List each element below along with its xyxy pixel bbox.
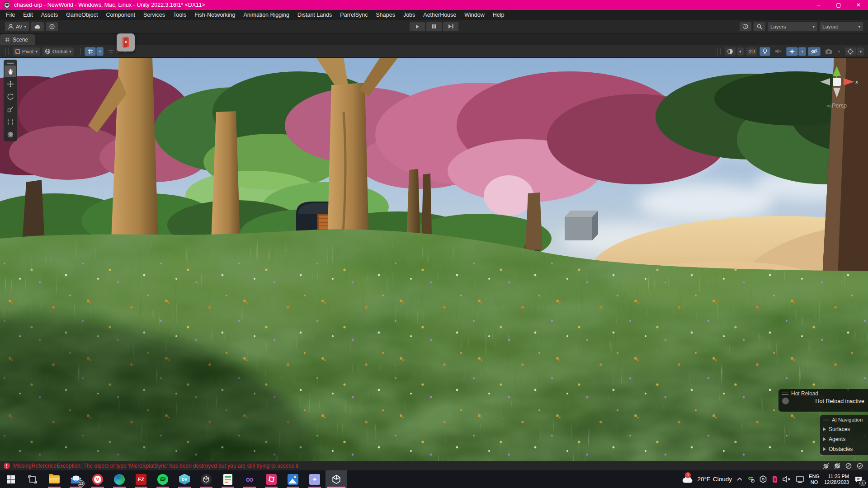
- action-center-button[interactable]: 1: [854, 475, 863, 484]
- shading-mode-button[interactable]: [724, 47, 736, 56]
- account-dropdown[interactable]: AV ▾: [5, 22, 29, 32]
- step-button[interactable]: [443, 22, 459, 32]
- tray-sync-icon[interactable]: [747, 476, 755, 483]
- persp-label[interactable]: Persp: [832, 103, 847, 109]
- menu-file[interactable]: File: [2, 10, 19, 20]
- scene-visibility-toggle[interactable]: [808, 47, 821, 56]
- menu-assets[interactable]: Assets: [37, 10, 62, 20]
- camera-overlay-button[interactable]: [822, 47, 835, 56]
- clock[interactable]: 11:25 PM 12/28/2023: [824, 474, 849, 485]
- taskbar-image-editor[interactable]: [217, 470, 239, 488]
- orientation-gizmo[interactable]: y x ◅ Persp: [815, 61, 858, 109]
- axis-y-label: y: [835, 61, 838, 66]
- status-bar[interactable]: ! MissingReferenceException: The object …: [0, 461, 868, 470]
- close-button[interactable]: ✕: [855, 2, 862, 8]
- camera-overlay-options[interactable]: ▾: [835, 47, 843, 56]
- check-circle-icon[interactable]: [856, 462, 863, 469]
- 2d-toggle[interactable]: 2D: [746, 47, 758, 56]
- taskbar-vivaldi[interactable]: V: [87, 470, 108, 488]
- taskbar-unity-hub[interactable]: [195, 470, 217, 488]
- blocked-icon[interactable]: [845, 462, 852, 469]
- pivot-dropdown[interactable]: Pivot ▾: [12, 47, 40, 56]
- menu-component[interactable]: Component: [102, 10, 139, 20]
- lighting-toggle[interactable]: [760, 47, 770, 56]
- effects-toggle[interactable]: [786, 47, 798, 56]
- menu-tools[interactable]: Tools: [169, 10, 190, 20]
- move-tool[interactable]: [5, 78, 16, 90]
- task-view-button[interactable]: [22, 470, 43, 488]
- menu-help[interactable]: Help: [489, 10, 509, 20]
- rotate-tool[interactable]: [5, 91, 16, 103]
- view-hand-tool[interactable]: [5, 66, 16, 77]
- audio-toggle[interactable]: [772, 47, 784, 56]
- debug-disabled-icon[interactable]: [822, 462, 830, 469]
- scale-tool[interactable]: [5, 103, 16, 115]
- overlay-drag-handle[interactable]: [5, 61, 16, 65]
- menu-animation-rigging[interactable]: Animation Rigging: [239, 10, 293, 20]
- taskbar-visual-studio[interactable]: ∞: [239, 470, 260, 488]
- volume-muted-icon[interactable]: [783, 476, 791, 483]
- start-button[interactable]: [0, 470, 22, 488]
- effects-options[interactable]: ▾: [798, 47, 806, 56]
- pause-button[interactable]: [426, 22, 442, 32]
- gizmos-button[interactable]: [844, 47, 856, 56]
- menu-fish-networking[interactable]: Fish-Networking: [190, 10, 239, 20]
- minimize-button[interactable]: –: [816, 2, 822, 8]
- shading-mode-options[interactable]: ▾: [736, 47, 744, 56]
- tray-pink-app-icon[interactable]: [771, 476, 778, 483]
- title-bar[interactable]: chased-urp - NewWorld - Windows, Mac, Li…: [0, 0, 868, 10]
- ai-nav-obstacles[interactable]: Obstacles: [823, 446, 865, 452]
- overlay-drag-handle[interactable]: [823, 419, 830, 421]
- menu-aetherhouse[interactable]: AetherHouse: [419, 10, 460, 20]
- weather-widget[interactable]: 1 20°F Cloudy: [681, 474, 732, 484]
- menu-gameobject[interactable]: GameObject: [62, 10, 102, 20]
- language-indicator[interactable]: ENG NO: [809, 474, 820, 485]
- hot-reload-indicator[interactable]: [782, 398, 789, 404]
- menu-shapes[interactable]: Shapes: [372, 10, 399, 20]
- layers-disabled-icon[interactable]: [834, 462, 841, 469]
- ai-nav-agents[interactable]: Agents: [823, 436, 865, 442]
- tray-hexagon-icon[interactable]: [760, 475, 767, 483]
- grid-snap-options[interactable]: ▾: [96, 47, 104, 56]
- network-icon[interactable]: [796, 476, 804, 483]
- taskbar-magenta-app[interactable]: [260, 470, 282, 488]
- menu-jobs[interactable]: Jobs: [399, 10, 419, 20]
- cloud-services-button[interactable]: [31, 22, 44, 32]
- rect-tool[interactable]: [5, 116, 16, 128]
- grid-snap-toggle[interactable]: [85, 47, 96, 56]
- maximize-button[interactable]: ▢: [835, 2, 842, 8]
- tray-expand-chevron-icon[interactable]: [736, 477, 743, 481]
- taskbar-dv-app[interactable]: DV: [174, 470, 195, 488]
- layers-dropdown[interactable]: Layers ▾: [767, 22, 818, 32]
- menu-services[interactable]: Services: [139, 10, 169, 20]
- toolbar-grip[interactable]: [717, 48, 721, 55]
- search-button[interactable]: [753, 22, 766, 32]
- taskbar-unity-editor-active[interactable]: [326, 470, 347, 488]
- play-button[interactable]: [409, 22, 425, 32]
- menu-window[interactable]: Window: [460, 10, 488, 20]
- gizmos-options[interactable]: ▾: [857, 47, 864, 56]
- ai-nav-surfaces[interactable]: Surfaces: [823, 426, 865, 432]
- toolbar-grip[interactable]: [5, 48, 9, 55]
- dragged-asset-thumbnail[interactable]: [117, 33, 135, 52]
- menu-distant-lands[interactable]: Distant Lands: [293, 10, 336, 20]
- taskbar-photos[interactable]: [282, 470, 304, 488]
- menu-edit[interactable]: Edit: [19, 10, 37, 20]
- taskbar-file-explorer[interactable]: [43, 470, 65, 488]
- console-error-message[interactable]: MissingReferenceException: The object of…: [13, 463, 300, 469]
- tab-scene[interactable]: Scene: [0, 34, 35, 45]
- toolbar-grip[interactable]: [78, 48, 81, 55]
- taskbar-pixel-app[interactable]: ✦: [304, 470, 326, 488]
- transform-tool[interactable]: [5, 129, 16, 141]
- layout-dropdown[interactable]: Layout ▾: [819, 22, 863, 32]
- taskbar-spotify[interactable]: [152, 470, 174, 488]
- overlay-drag-handle[interactable]: [782, 393, 788, 395]
- menu-parrelsync[interactable]: ParrelSync: [336, 10, 372, 20]
- undo-history-button[interactable]: [739, 22, 752, 32]
- target-search-button[interactable]: [46, 22, 58, 32]
- taskbar-filezilla[interactable]: FZ: [130, 470, 152, 488]
- global-dropdown[interactable]: Global ▾: [42, 47, 74, 56]
- scene-viewport[interactable]: y x ◅ Persp Hot Reload Hot Rel: [0, 58, 868, 461]
- taskbar-edge[interactable]: [108, 470, 130, 488]
- taskbar-mail[interactable]: 13: [65, 470, 87, 488]
